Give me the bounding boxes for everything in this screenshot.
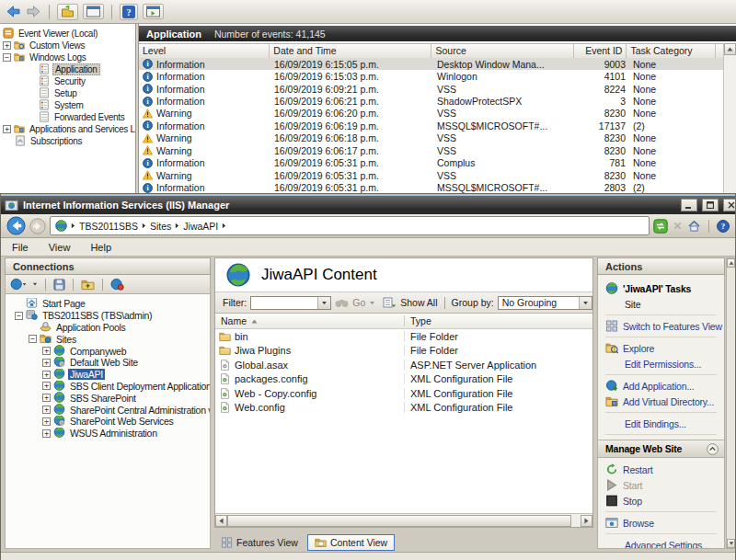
ev-tree-item[interactable]: Application (0, 63, 135, 75)
action-add-application[interactable]: Add Application... (605, 378, 724, 394)
breadcrumb-item[interactable]: TBS2011SBS (79, 221, 138, 232)
export-button[interactable] (57, 4, 78, 20)
file-row[interactable]: packages.configXML Configuration File (215, 372, 592, 387)
chevron-up-circle-icon[interactable] (707, 443, 719, 455)
event-row[interactable]: Warning16/09/2019 6:06:20 p.m.VSS8230Non… (139, 108, 723, 120)
action-explore[interactable]: Explore (605, 340, 724, 356)
close-button[interactable] (723, 199, 736, 211)
action-start[interactable]: Start (605, 477, 724, 493)
iis-tree-item[interactable]: Application Pools (6, 322, 210, 334)
action-stop[interactable]: Stop (605, 493, 724, 509)
action-edit-bindings[interactable]: Edit Bindings... (605, 416, 724, 431)
column-task-category[interactable]: Task Category (627, 44, 716, 58)
iis-tree-item[interactable]: +?SharePoint Web Services (6, 416, 210, 428)
ev-tree-item[interactable]: +Custom Views (0, 40, 135, 51)
event-row[interactable]: Warning16/09/2019 6:05:31 p.m.VSS8230Non… (139, 169, 723, 181)
breadcrumb-item[interactable]: Sites (150, 221, 171, 232)
minimize-button[interactable] (681, 199, 697, 211)
maximize-button[interactable] (702, 199, 719, 211)
content-hscrollbar[interactable] (215, 513, 592, 527)
scroll-up-icon[interactable] (724, 43, 736, 55)
menu-help[interactable]: Help (90, 242, 111, 253)
menu-file[interactable]: File (12, 242, 29, 253)
event-row[interactable]: iInformation16/09/2019 6:05:31 p.m.MSSQL… (139, 181, 723, 193)
back-button[interactable] (6, 216, 26, 235)
ev-tree-item[interactable]: Subscriptions (0, 135, 135, 147)
help-circle-button[interactable]: ? (717, 220, 730, 233)
menu-view[interactable]: View (49, 242, 71, 253)
file-row[interactable]: Web - Copy.configXML Configuration File (215, 386, 592, 401)
home-button[interactable] (687, 220, 701, 232)
breadcrumb[interactable]: TBS2011SBSSitesJiwaAPI (50, 216, 650, 235)
iis-tree-item[interactable]: +SharePoint Central Administration v4 (6, 404, 210, 416)
iis-tree-item[interactable]: +?Default Web Site (6, 357, 210, 369)
ev-tree-item[interactable]: Security (0, 75, 135, 87)
save-icon (53, 279, 65, 291)
breadcrumb-item[interactable]: JiwaAPI (183, 221, 218, 232)
event-row[interactable]: iInformation16/09/2019 6:05:31 p.m.Compl… (139, 157, 723, 169)
iis-tree-item[interactable]: −TBS2011SBS (TBS\admin) (6, 310, 210, 322)
event-row[interactable]: Warning16/09/2019 6:06:17 p.m.VSS8230Non… (139, 144, 723, 156)
ev-tree-item[interactable]: Forwarded Events (0, 111, 135, 123)
show-window-button[interactable] (143, 4, 164, 19)
refresh-button[interactable] (653, 219, 668, 234)
event-row[interactable]: iInformation16/09/2019 6:15:05 p.m.Deskt… (139, 58, 723, 70)
ev-tree-item[interactable]: −Windows Logs (0, 51, 135, 63)
ev-tree-item[interactable]: System (0, 99, 135, 111)
create-package-button[interactable] (81, 279, 95, 291)
go-button[interactable]: Go (352, 297, 365, 308)
connect-button[interactable] (10, 278, 28, 291)
action-edit-permissions[interactable]: Edit Permissions... (605, 356, 724, 371)
action-restart[interactable]: Restart (605, 462, 724, 477)
file-row[interactable]: Web.configXML Configuration File (215, 401, 592, 416)
stop-x-button[interactable] (673, 221, 683, 231)
filter-input[interactable] (250, 296, 331, 310)
actions-scrollbar[interactable] (726, 257, 736, 549)
event-row[interactable]: iInformation16/09/2019 6:09:21 p.m.VSS82… (139, 83, 723, 95)
action-add-virtual-directory[interactable]: Add Virtual Directory... (605, 394, 724, 409)
column-source[interactable]: Source (431, 44, 573, 58)
save-button[interactable] (53, 279, 65, 291)
files-column-type[interactable]: Type (405, 315, 431, 326)
event-row[interactable]: Warning16/09/2019 6:06:18 p.m.VSS8230Non… (139, 132, 723, 144)
file-row[interactable]: Global.asaxASP.NET Server Application (215, 358, 592, 372)
column-event-id[interactable]: Event ID (574, 44, 627, 58)
disconnect-button[interactable] (110, 278, 124, 291)
ev-tree-item[interactable]: Event Viewer (Local) (0, 28, 135, 40)
group-by-select[interactable]: No Grouping (498, 296, 592, 310)
event-row[interactable]: iInformation16/09/2019 6:15:03 p.m.Winlo… (139, 70, 723, 82)
iis-tree-item[interactable]: +WSUS Administration (6, 428, 210, 440)
tab-features-view[interactable]: Features View (214, 535, 305, 550)
event-row[interactable]: iInformation16/09/2019 6:06:21 p.m.Shado… (139, 95, 723, 107)
iis-tree-item[interactable]: +SBS SharePoint (6, 392, 210, 404)
action-browse[interactable]: Browse (605, 515, 724, 531)
tab-content-view[interactable]: Content View (307, 534, 395, 551)
iis-tree-item[interactable]: +Companyweb (6, 345, 210, 357)
forward-arrow-icon[interactable] (26, 6, 41, 17)
forward-button[interactable] (29, 218, 46, 234)
event-row[interactable]: iInformation16/09/2019 6:06:19 p.m.MSSQL… (139, 120, 723, 131)
action-advanced-settings[interactable]: Advanced Settings... (605, 537, 724, 549)
back-arrow-icon[interactable] (6, 6, 21, 17)
ev-tree-item[interactable]: +Applications and Services Logs (0, 123, 135, 135)
event-table-scrollbar[interactable] (723, 43, 736, 193)
file-row[interactable]: Jiwa PluginsFile Folder (215, 344, 592, 359)
show-all-button[interactable]: Show All (400, 297, 437, 308)
iis-title-bar[interactable]: Internet Information Services (IIS) Mana… (1, 194, 735, 214)
column-date-time[interactable]: Date and Time (270, 44, 431, 58)
file-row[interactable]: binFile Folder (215, 329, 592, 344)
column-level[interactable]: Level (139, 44, 270, 58)
iis-tree-item[interactable]: −Sites (6, 333, 210, 345)
files-column-name[interactable]: Name (215, 315, 405, 326)
ev-tree-item[interactable]: Setup (0, 87, 135, 99)
restart-icon (605, 463, 618, 475)
console-window-button[interactable] (83, 4, 104, 19)
iis-tree-item[interactable]: +SBS Client Deployment Applications (6, 381, 210, 393)
help-button[interactable]: ? (120, 4, 138, 20)
iis-tree-item[interactable]: +JiwaAPI (6, 369, 210, 381)
go-options-icon[interactable] (369, 300, 375, 306)
action-site: Site (605, 296, 724, 312)
action-switch-to-features-view[interactable]: Switch to Features View (605, 318, 724, 334)
manage-web-site-header[interactable]: Manage Web Site (598, 440, 724, 458)
iis-tree-item[interactable]: Start Page (6, 298, 210, 310)
